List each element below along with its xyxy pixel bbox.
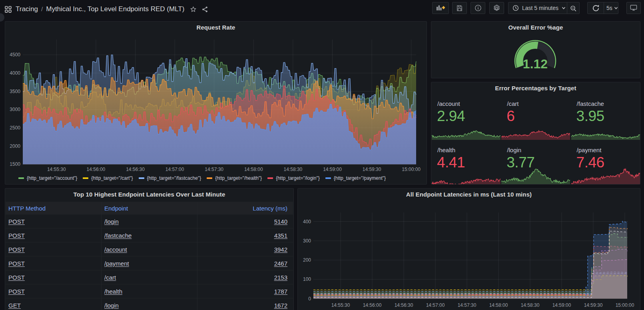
svg-text:14:59:30: 14:59:30 <box>363 167 381 172</box>
svg-text:14:57:30: 14:57:30 <box>458 302 477 308</box>
svg-text:14:59:00: 14:59:00 <box>552 302 571 308</box>
svg-text:14:56:00: 14:56:00 <box>363 302 382 308</box>
svg-text:100: 100 <box>303 276 311 282</box>
svg-text:400: 400 <box>303 219 311 225</box>
svg-text:4000: 4000 <box>10 70 20 76</box>
svg-text:15:00:00: 15:00:00 <box>402 167 421 172</box>
svg-text:14:55:30: 14:55:30 <box>47 167 66 172</box>
svg-text:14:57:00: 14:57:00 <box>426 302 445 308</box>
svg-text:15:00:00: 15:00:00 <box>616 302 634 308</box>
svg-text:300: 300 <box>303 238 311 244</box>
svg-text:14:55:30: 14:55:30 <box>331 302 350 308</box>
svg-text:2000: 2000 <box>10 143 20 149</box>
svg-text:14:56:00: 14:56:00 <box>87 167 106 172</box>
svg-text:14:59:30: 14:59:30 <box>584 302 603 308</box>
svg-text:14:57:30: 14:57:30 <box>205 167 223 172</box>
svg-text:1500: 1500 <box>10 161 20 167</box>
svg-text:4500: 4500 <box>10 52 20 58</box>
svg-text:14:58:00: 14:58:00 <box>489 302 508 308</box>
svg-text:0: 0 <box>308 296 311 302</box>
svg-text:3000: 3000 <box>10 107 20 112</box>
svg-text:14:58:30: 14:58:30 <box>284 167 303 172</box>
svg-text:1.12: 1.12 <box>523 57 548 71</box>
svg-text:14:59:00: 14:59:00 <box>323 167 342 172</box>
svg-text:3500: 3500 <box>10 89 20 94</box>
svg-text:14:57:00: 14:57:00 <box>165 167 184 172</box>
svg-text:200: 200 <box>303 257 311 263</box>
svg-text:2500: 2500 <box>10 125 20 131</box>
svg-text:14:58:00: 14:58:00 <box>244 167 263 172</box>
svg-text:14:56:30: 14:56:30 <box>395 302 413 308</box>
svg-text:14:58:30: 14:58:30 <box>521 302 540 308</box>
svg-text:14:56:30: 14:56:30 <box>126 167 145 172</box>
